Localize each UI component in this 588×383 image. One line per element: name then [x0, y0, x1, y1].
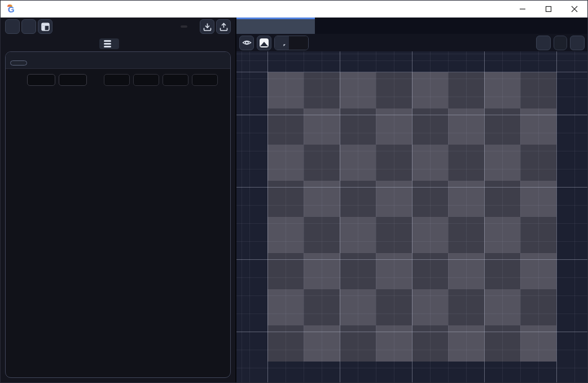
- add-element-button[interactable]: [10, 60, 27, 66]
- export-button[interactable]: [216, 19, 231, 34]
- width-input[interactable]: [27, 74, 55, 86]
- layout-panels-button[interactable]: [38, 19, 52, 34]
- godsvg-window: G: [0, 0, 588, 383]
- viewbox-height-input[interactable]: [192, 74, 218, 86]
- download-icon: [203, 23, 212, 31]
- snap-toggle-button[interactable]: [275, 36, 289, 50]
- left-toolbar: [1, 18, 235, 36]
- layout-panels-icon: [41, 23, 50, 31]
- zoom-in-button[interactable]: [570, 36, 585, 50]
- inspector-list-icon: [104, 40, 111, 47]
- zoom-level-label[interactable]: [554, 36, 567, 50]
- visuals-visibility-button[interactable]: [239, 36, 254, 50]
- titlebar: G: [1, 1, 587, 18]
- new-tab-button[interactable]: [315, 18, 332, 34]
- tab-inspector[interactable]: [99, 38, 119, 49]
- viewport-toolbar: [236, 34, 587, 51]
- document-tab[interactable]: [236, 18, 315, 34]
- height-field-group: [59, 72, 87, 86]
- maximize-button[interactable]: [536, 1, 561, 18]
- upload-icon: [220, 23, 228, 31]
- left-tab-bar: [1, 36, 235, 51]
- image-icon: [260, 38, 269, 47]
- svg-attributes-row: [6, 69, 230, 92]
- minimize-button[interactable]: [510, 1, 536, 18]
- reference-image-button[interactable]: [257, 36, 271, 50]
- main-area: [1, 18, 587, 383]
- eye-icon: [242, 38, 252, 47]
- tab-code-editor[interactable]: [125, 42, 137, 45]
- window-controls: [510, 1, 587, 18]
- svg-canvas[interactable]: [236, 51, 587, 383]
- file-size-badge: [181, 25, 187, 28]
- element-list-empty-area: [6, 92, 230, 377]
- minimize-icon: [519, 6, 526, 12]
- snap-grid-icon: [278, 39, 286, 47]
- transparency-checkerboard: [267, 72, 556, 362]
- close-icon: [571, 6, 578, 12]
- snap-value-field[interactable]: [289, 36, 308, 50]
- import-button[interactable]: [200, 19, 214, 34]
- viewbox-field-group: [104, 72, 218, 86]
- viewbox-y-input[interactable]: [133, 74, 159, 86]
- viewport: [236, 34, 587, 383]
- maximize-icon: [545, 6, 552, 12]
- inspector-panel: [5, 51, 231, 378]
- height-input[interactable]: [59, 74, 87, 86]
- main-menu-button[interactable]: [5, 19, 20, 34]
- settings-button[interactable]: [21, 19, 36, 34]
- app-logo-icon: G: [6, 5, 16, 14]
- close-button[interactable]: [561, 1, 587, 18]
- add-element-row: [6, 52, 230, 69]
- right-panel: [236, 18, 587, 383]
- document-tab-bar: [236, 18, 587, 34]
- snap-control: [274, 36, 309, 50]
- viewbox-inputs: [104, 74, 218, 86]
- viewbox-x-input[interactable]: [104, 74, 130, 86]
- zoom-out-button[interactable]: [536, 36, 551, 50]
- width-field-group: [27, 72, 55, 86]
- left-panel: [1, 18, 236, 383]
- viewbox-width-input[interactable]: [163, 74, 188, 86]
